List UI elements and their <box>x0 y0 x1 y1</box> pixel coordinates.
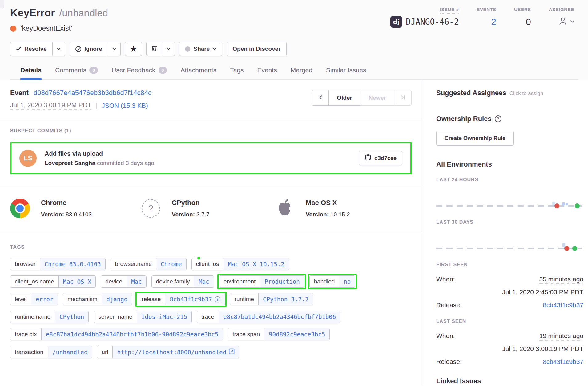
resolve-button[interactable]: Resolve <box>10 42 53 56</box>
apple-icon <box>275 199 295 218</box>
tag-key: level <box>10 293 31 305</box>
context-runtime: ? CPython Version: 3.7.7 <box>141 199 275 218</box>
last-seen-label: LAST SEEN <box>436 319 583 324</box>
tag-key: trace <box>197 311 219 323</box>
tab-details[interactable]: Details <box>20 66 42 79</box>
tag-pill-device.family[interactable]: device.familyMac <box>151 275 214 288</box>
tag-pill-trace.span[interactable]: trace.span90d892c9eace3bc5 <box>228 328 330 340</box>
info-icon[interactable]: i <box>215 296 220 302</box>
tag-pill-runtime.name[interactable]: runtime.nameCPython <box>10 311 89 323</box>
issue-number-label: ISSUE # <box>440 7 459 14</box>
bookmark-button[interactable]: ★ <box>125 42 142 56</box>
last-seen-relative: 19 minutes ago <box>539 332 583 341</box>
share-button[interactable]: Share <box>179 42 222 56</box>
stat-events: EVENTS 2 <box>477 7 496 28</box>
release-marker-red <box>554 203 559 208</box>
tag-key: device.family <box>152 276 194 287</box>
tag-value: http://localhost:8000/unhandled <box>112 346 239 358</box>
when-label: When: <box>436 332 455 340</box>
tab-merged[interactable]: Merged <box>291 66 312 79</box>
help-icon[interactable]: ? <box>495 115 501 122</box>
tab-events[interactable]: Events <box>257 66 277 79</box>
event-timestamp: Jul 1, 2020 3:00:19 PM PDT <box>10 101 91 110</box>
tag-key: server_name <box>94 311 137 323</box>
older-event-button[interactable]: Older <box>329 90 360 106</box>
ignore-dropdown-button[interactable] <box>108 42 121 56</box>
issue-tabs: Details Comments0 User Feedback0 Attachm… <box>10 66 578 80</box>
tag-pill-trace[interactable]: tracee8c87ba1dc494bb2a4346bcfbf7b1b06 <box>197 311 340 323</box>
tab-similar-issues[interactable]: Similar Issues <box>326 66 366 79</box>
annotation-marker-dot <box>197 257 200 259</box>
delete-dropdown-button[interactable] <box>162 42 175 56</box>
first-seen-release-link[interactable]: 8cb43f1c9b37 <box>543 301 583 309</box>
last-seen-release-link[interactable]: 8cb43f1c9b37 <box>543 358 583 365</box>
tag-key: client_os <box>192 258 224 270</box>
tag-value: /unhandled <box>48 346 92 358</box>
events-count[interactable]: 2 <box>491 17 496 27</box>
issue-culprit: /unhandled <box>59 7 108 19</box>
event-label: Event <box>10 89 29 97</box>
tag-value: 90d892c9eace3bc5 <box>264 328 329 340</box>
tag-pill-release[interactable]: release8cb43f1c9b37i <box>137 293 225 305</box>
commit-sha: d3d7cee <box>374 155 397 162</box>
issue-header: KeyError /unhandled 'keyDoesntExist' ISS… <box>0 0 588 80</box>
tag-pill-server_name[interactable]: server_nameIdos-iMac-215 <box>94 311 192 323</box>
stat-issue-number: ISSUE # dj DJANGO-46-2 <box>390 7 459 28</box>
newer-event-button[interactable]: Newer <box>360 90 394 106</box>
tag-key: runtime.name <box>10 311 55 323</box>
suggested-assignees-heading: Suggested Assignees <box>436 89 506 97</box>
tag-value: CPython 3.7.7 <box>258 293 313 305</box>
tab-comments[interactable]: Comments0 <box>55 66 98 79</box>
chevron-down-icon <box>57 48 61 50</box>
tag-value: Mac OS X 10.15.2 <box>224 258 289 270</box>
first-seen-date: Jul 1, 2020 2:45:03 PM PDT <box>436 288 583 296</box>
skip-to-start-icon <box>318 94 323 101</box>
chevron-down-icon <box>167 48 170 50</box>
tag-pill-level[interactable]: levelerror <box>10 293 58 305</box>
commit-sha-button[interactable]: d3d7cee <box>359 151 402 165</box>
tab-user-feedback[interactable]: User Feedback0 <box>111 66 167 79</box>
ignore-button[interactable]: Ignore <box>70 42 108 56</box>
open-in-discover-button[interactable]: Open in Discover <box>227 42 286 56</box>
assignee-dropdown[interactable] <box>558 16 574 27</box>
tab-tags[interactable]: Tags <box>230 66 244 79</box>
event-id-link[interactable]: d08d7667e4a5476eb3b3db6d7f14c84c <box>34 89 151 97</box>
ignore-label: Ignore <box>84 46 102 52</box>
tag-pill-device[interactable]: deviceMac <box>101 275 146 288</box>
tag-pill-mechanism[interactable]: mechanismdjango <box>63 293 132 305</box>
skip-to-latest-button[interactable] <box>394 90 412 106</box>
tag-pill-client_os[interactable]: client_osMac OS X 10.15.2 <box>191 258 289 270</box>
oldest-event-button[interactable] <box>312 90 329 106</box>
scroll-corner-fragment <box>0 0 4 8</box>
github-icon <box>365 154 371 162</box>
tag-value: e8c87ba1dc494bb2a4346bcfbf7b1b06 <box>219 311 340 323</box>
tag-pill-browser[interactable]: browserChrome 83.0.4103 <box>10 258 106 270</box>
tab-attachments[interactable]: Attachments <box>180 66 216 79</box>
external-link-icon[interactable] <box>229 348 235 356</box>
issue-sidebar: Suggested Assignees Click to assign Owne… <box>422 80 588 386</box>
tag-pill-trace.ctx[interactable]: trace.ctxe8c87ba1dc494bb2a4346bcfbf7b1b0… <box>10 328 223 340</box>
release-marker-green <box>575 203 580 208</box>
tag-pill-runtime[interactable]: runtimeCPython 3.7.7 <box>230 293 313 305</box>
tag-key: trace.span <box>228 328 264 340</box>
tag-pill-transaction[interactable]: transaction/unhandled <box>10 346 92 358</box>
issue-type: KeyError <box>10 7 55 19</box>
tag-value: e8c87ba1dc494bb2a4346bcfbf7b1b06-90d892c… <box>41 328 223 340</box>
last-24-hours-sparkline <box>436 183 582 211</box>
tag-key: url <box>97 346 112 358</box>
tag-pill-browser.name[interactable]: browser.nameChrome <box>111 258 187 270</box>
resolve-dropdown-button[interactable] <box>53 42 65 56</box>
tag-key: release <box>137 293 165 305</box>
star-icon: ★ <box>130 45 137 53</box>
unknown-runtime-icon: ? <box>141 199 161 218</box>
chrome-icon <box>10 199 30 218</box>
tag-pill-url[interactable]: urlhttp://localhost:8000/unhandled <box>97 346 239 358</box>
event-details-column: Event d08d7667e4a5476eb3b3db6d7f14c84c J… <box>0 80 422 386</box>
tag-pill-environment[interactable]: environmentProduction <box>219 275 304 288</box>
event-json-link[interactable]: JSON (15.3 KB) <box>102 102 148 109</box>
users-count[interactable]: 0 <box>526 17 531 27</box>
delete-button[interactable] <box>146 42 162 56</box>
tag-pill-client_os.name[interactable]: client_os.nameMac OS X <box>10 275 96 288</box>
create-ownership-rule-button[interactable]: Create Ownership Rule <box>436 131 514 146</box>
tag-pill-handled[interactable]: handledno <box>309 275 356 288</box>
